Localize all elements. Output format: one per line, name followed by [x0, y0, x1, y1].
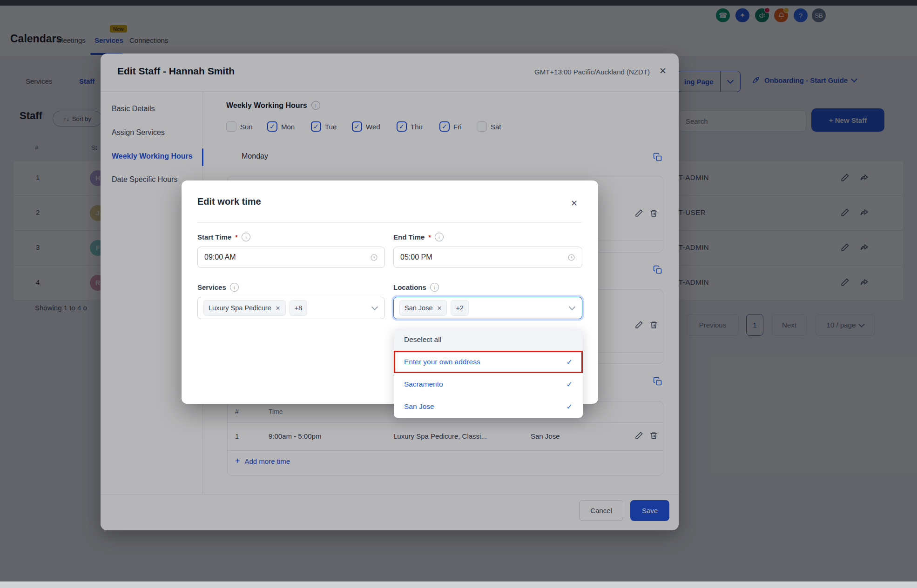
location-tag-label: San Jose — [405, 304, 432, 312]
services-label-text: Services — [197, 283, 226, 291]
locations-label-text: Locations — [393, 283, 426, 291]
required-asterisk: * — [235, 233, 238, 241]
info-icon: i — [435, 233, 444, 241]
end-time-value: 05:00 PM — [400, 253, 432, 261]
services-label: Services i — [197, 283, 239, 292]
end-time-label: End Time * i — [393, 233, 444, 241]
check-icon: ✓ — [566, 402, 573, 411]
start-time-input[interactable]: 09:00 AM — [197, 247, 385, 268]
modal-header-divider — [197, 222, 582, 223]
end-time-input[interactable]: 05:00 PM — [393, 247, 582, 268]
check-icon: ✓ — [566, 380, 573, 389]
deselect-all-option[interactable]: Deselect all — [394, 328, 583, 351]
services-multiselect[interactable]: Luxury Spa Pedicure ✕ +8 — [197, 297, 385, 319]
start-time-label: Start Time * i — [197, 233, 250, 241]
dropdown-option-sacramento[interactable]: Sacramento ✓ — [394, 373, 583, 395]
option-label: Enter your own address — [404, 358, 480, 366]
start-time-label-text: Start Time — [197, 233, 231, 241]
info-icon: i — [430, 283, 439, 292]
service-tag: Luxury Spa Pedicure ✕ — [203, 300, 286, 316]
clock-icon — [567, 254, 575, 261]
check-icon: ✓ — [566, 358, 573, 367]
locations-label: Locations i — [393, 283, 439, 292]
screen: Calendars Meetings Services New Connecti… — [0, 0, 917, 588]
edit-work-time-title: Edit work time — [197, 196, 261, 207]
locations-multiselect[interactable]: San Jose ✕ +2 — [393, 297, 582, 319]
locations-dropdown: Deselect all Enter your own address ✓ Sa… — [394, 328, 583, 418]
dropdown-option-san-jose[interactable]: San Jose ✓ — [394, 395, 583, 418]
required-asterisk: * — [428, 233, 431, 241]
chevron-down-icon — [371, 304, 378, 310]
remove-tag-icon[interactable]: ✕ — [437, 305, 442, 312]
start-time-value: 09:00 AM — [204, 253, 236, 261]
end-time-label-text: End Time — [393, 233, 425, 241]
close-icon[interactable]: ✕ — [571, 198, 578, 208]
bottom-edge-strip — [0, 581, 917, 588]
option-label: San Jose — [404, 402, 434, 411]
edit-work-time-modal: Edit work time ✕ Start Time * i End Time… — [182, 180, 598, 404]
location-tag: San Jose ✕ — [399, 300, 447, 316]
clock-icon — [370, 254, 378, 261]
chevron-down-icon — [569, 304, 575, 310]
more-locations-tag: +2 — [451, 300, 469, 316]
option-label: Sacramento — [404, 380, 443, 388]
info-icon: i — [230, 283, 239, 292]
service-tag-label: Luxury Spa Pedicure — [209, 304, 271, 312]
info-icon: i — [242, 233, 250, 241]
dropdown-option-enter-your-own-address[interactable]: Enter your own address ✓ — [394, 351, 583, 373]
remove-tag-icon[interactable]: ✕ — [276, 305, 281, 312]
more-services-tag: +8 — [290, 300, 308, 316]
